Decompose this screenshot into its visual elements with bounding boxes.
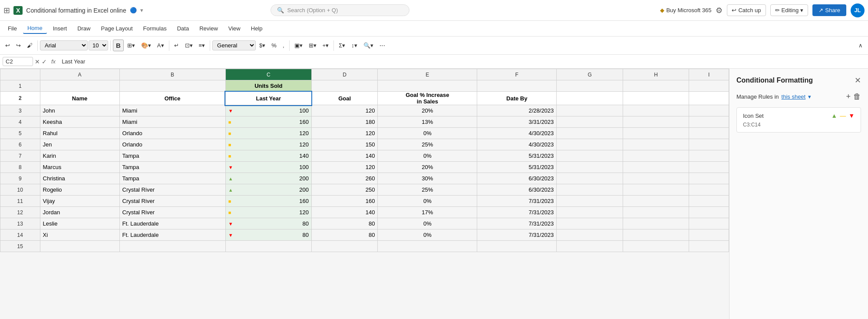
cell-b2[interactable]: Office: [119, 92, 225, 105]
cell-pct[interactable]: 0%: [378, 128, 477, 139]
cell-office[interactable]: Tampa: [119, 162, 225, 173]
menu-page-layout[interactable]: Page Layout: [97, 23, 137, 33]
rule-card[interactable]: Icon Set ▲ — ▼ C3:C14: [736, 107, 861, 133]
col-header-i[interactable]: I: [689, 69, 729, 80]
col-header-g[interactable]: G: [557, 69, 623, 80]
cell-h2[interactable]: [623, 92, 689, 105]
cell-goal[interactable]: 150: [311, 139, 378, 150]
menu-data[interactable]: Data: [173, 23, 193, 33]
confirm-formula-icon[interactable]: ✓: [42, 58, 47, 65]
cell-g[interactable]: [557, 105, 623, 116]
cell-i[interactable]: [689, 229, 729, 241]
cell-units[interactable]: ▲200: [225, 173, 311, 184]
cell-g15[interactable]: [557, 241, 623, 252]
cell-h[interactable]: [623, 162, 689, 173]
collapse-ribbon-button[interactable]: ∧: [856, 40, 865, 50]
ms365-button[interactable]: ◆ Buy Microsoft 365: [660, 7, 711, 13]
menu-insert[interactable]: Insert: [49, 23, 72, 33]
col-header-d[interactable]: D: [311, 69, 378, 80]
cell-g[interactable]: [557, 128, 623, 139]
cell-g[interactable]: [557, 150, 623, 162]
cell-units[interactable]: ■160: [225, 196, 311, 207]
font-color-button[interactable]: A▾: [155, 40, 167, 50]
cell-h15[interactable]: [623, 241, 689, 252]
cell-units[interactable]: ■140: [225, 150, 311, 162]
cell-goal[interactable]: 120: [311, 128, 378, 139]
menu-file[interactable]: File: [3, 23, 21, 33]
table-button[interactable]: ⊞▾: [306, 40, 319, 50]
more-button[interactable]: ···: [377, 40, 388, 51]
cell-name[interactable]: Keesha: [40, 116, 119, 128]
cell-i[interactable]: [689, 139, 729, 150]
cell-office[interactable]: Tampa: [119, 150, 225, 162]
cell-i[interactable]: [689, 218, 729, 229]
scope-chevron-icon[interactable]: ▾: [808, 93, 811, 100]
font-family-selector[interactable]: Arial: [40, 40, 88, 50]
cell-name[interactable]: Marcus: [40, 162, 119, 173]
cell-h1[interactable]: [623, 80, 689, 92]
cell-pct[interactable]: 0%: [378, 218, 477, 229]
cell-office[interactable]: Orlando: [119, 128, 225, 139]
number-format-selector[interactable]: General: [212, 40, 256, 50]
cell-g[interactable]: [557, 229, 623, 241]
cell-date[interactable]: 7/31/2023: [477, 207, 557, 218]
cell-c2[interactable]: Last Year: [225, 92, 311, 105]
cell-h[interactable]: [623, 184, 689, 196]
cell-goal[interactable]: 120: [311, 105, 378, 116]
sort-button[interactable]: ↕▾: [349, 40, 360, 50]
cell-units[interactable]: ▼100: [225, 105, 311, 116]
cell-office[interactable]: Ft. Lauderdale: [119, 229, 225, 241]
cell-g[interactable]: [557, 162, 623, 173]
cell-i[interactable]: [689, 207, 729, 218]
cell-units[interactable]: ▲200: [225, 184, 311, 196]
align-button[interactable]: ≡▾: [196, 40, 208, 50]
menu-draw[interactable]: Draw: [73, 23, 95, 33]
cancel-formula-icon[interactable]: ✕: [35, 58, 40, 65]
cell-pct[interactable]: 25%: [378, 184, 477, 196]
menu-formulas[interactable]: Formulas: [139, 23, 171, 33]
cell-units[interactable]: ■120: [225, 128, 311, 139]
cell-units[interactable]: ■120: [225, 139, 311, 150]
cell-office[interactable]: Miami: [119, 105, 225, 116]
cell-name[interactable]: Rahul: [40, 128, 119, 139]
cell-goal[interactable]: 80: [311, 229, 378, 241]
currency-button[interactable]: $▾: [257, 40, 268, 50]
cell-d2[interactable]: Goal: [311, 92, 378, 105]
cell-g[interactable]: [557, 116, 623, 128]
cell-date[interactable]: 7/31/2023: [477, 218, 557, 229]
cell-date[interactable]: 7/31/2023: [477, 196, 557, 207]
cell-pct[interactable]: 30%: [378, 173, 477, 184]
cell-a15[interactable]: [40, 241, 119, 252]
cell-office[interactable]: Ft. Lauderdale: [119, 218, 225, 229]
cell-i[interactable]: [689, 173, 729, 184]
cell-pct[interactable]: 25%: [378, 139, 477, 150]
cell-units[interactable]: ▼80: [225, 229, 311, 241]
merge-button[interactable]: ⊡▾: [182, 40, 195, 50]
cell-name[interactable]: Xi: [40, 229, 119, 241]
percent-button[interactable]: %: [269, 40, 279, 50]
cell-date[interactable]: 7/31/2023: [477, 229, 557, 241]
cell-office[interactable]: Tampa: [119, 173, 225, 184]
cell-name[interactable]: Christina: [40, 173, 119, 184]
menu-review[interactable]: Review: [195, 23, 222, 33]
cell-i15[interactable]: [689, 241, 729, 252]
cell-date[interactable]: 6/30/2023: [477, 184, 557, 196]
cell-h[interactable]: [623, 150, 689, 162]
col-header-b[interactable]: B: [119, 69, 225, 80]
cell-e1[interactable]: [378, 80, 477, 92]
col-header-f[interactable]: F: [477, 69, 557, 80]
col-header-a[interactable]: A: [40, 69, 119, 80]
catchup-button[interactable]: ↩ Catch up: [727, 4, 766, 16]
cell-g[interactable]: [557, 173, 623, 184]
search-bar[interactable]: 🔍 Search (Option + Q): [271, 4, 409, 16]
undo-button[interactable]: ↩: [3, 40, 13, 50]
highlight-button[interactable]: 🎨▾: [139, 40, 154, 50]
cell-date[interactable]: 4/30/2023: [477, 139, 557, 150]
font-size-selector[interactable]: 10: [89, 40, 108, 50]
cell-e15[interactable]: [378, 241, 477, 252]
cell-i2[interactable]: [689, 92, 729, 105]
cell-i[interactable]: [689, 116, 729, 128]
cell-d1[interactable]: [311, 80, 378, 92]
menu-home[interactable]: Home: [23, 23, 47, 34]
cell-g[interactable]: [557, 218, 623, 229]
